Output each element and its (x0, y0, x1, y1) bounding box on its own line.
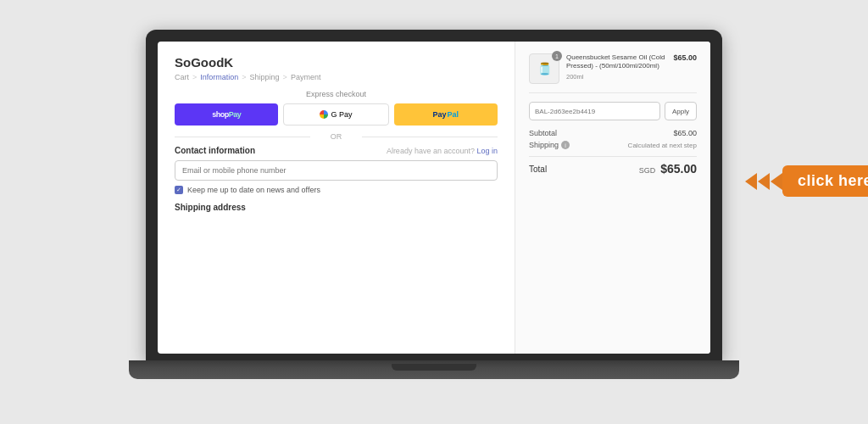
product-image: 1 🫙 (529, 53, 559, 84)
product-name: Queensbucket Sesame Oil (Cold Pressed) -… (566, 53, 666, 71)
arrow-icon-2 (758, 173, 770, 190)
shipping-info-icon[interactable]: i (561, 141, 570, 149)
annotation-arrows (745, 173, 782, 190)
total-currency: SGD (639, 166, 656, 175)
arrow-icon-3 (771, 173, 782, 190)
newsletter-checkbox-row: Keep me up to date on news and offers (175, 186, 498, 194)
or-divider: OR (175, 132, 498, 141)
express-checkout-label: Express checkout (175, 90, 498, 98)
product-price: $65.00 (673, 53, 697, 62)
product-variant: 200ml (566, 73, 666, 81)
newsletter-label: Keep me up to date on news and offers (187, 186, 320, 194)
breadcrumb-payment[interactable]: Payment (291, 73, 321, 81)
subtotal-value: $65.00 (673, 129, 697, 137)
shopify-pay-button[interactable]: shopPay (175, 103, 278, 126)
express-checkout-buttons: shopPay G Pay PayPal (175, 103, 498, 126)
paypal-pp: Pay (433, 110, 447, 119)
breadcrumb-sep3: > (283, 73, 287, 81)
click-here-badge[interactable]: click here (782, 165, 868, 197)
total-amount: SGD $65.00 (639, 162, 697, 176)
google-icon (320, 110, 328, 119)
bottle-icon: 🫙 (537, 62, 552, 75)
product-row: 1 🫙 Queensbucket Sesame Oil (Cold Presse… (529, 53, 697, 93)
breadcrumb-cart[interactable]: Cart (175, 73, 189, 81)
discount-row: Apply (529, 102, 697, 120)
laptop-base (129, 360, 739, 379)
contact-header: Contact information Already have an acco… (175, 146, 498, 155)
breadcrumb-sep2: > (242, 73, 246, 81)
product-quantity-badge: 1 (552, 51, 562, 61)
login-link[interactable]: Log in (476, 147, 498, 155)
paypal-pal: Pal (448, 110, 459, 119)
breadcrumb-sep1: > (192, 73, 197, 81)
email-input[interactable] (175, 160, 498, 181)
click-here-annotation: click here (745, 165, 868, 197)
google-pay-button[interactable]: G Pay (283, 103, 388, 126)
subtotal-line: Subtotal $65.00 (529, 129, 697, 137)
login-prompt: Already have an account? Log in (387, 147, 498, 155)
total-label: Total (529, 165, 547, 174)
subtotal-label: Subtotal (529, 129, 557, 137)
arrow-icon-1 (745, 173, 757, 190)
product-info: Queensbucket Sesame Oil (Cold Pressed) -… (566, 53, 666, 81)
total-line: Total SGD $65.00 (529, 156, 697, 176)
google-pay-label: G Pay (331, 110, 352, 119)
apply-discount-button[interactable]: Apply (665, 102, 697, 120)
brand-name: SoGoodK (175, 55, 498, 70)
newsletter-checkbox[interactable] (175, 186, 183, 194)
shipping-title: Shipping address (175, 203, 498, 212)
total-price: $65.00 (660, 162, 697, 176)
shipping-line: Shipping i Calculated at next step (529, 141, 697, 149)
discount-input[interactable] (529, 102, 660, 120)
shipping-label: Shipping i (529, 141, 570, 149)
shipping-value: Calculated at next step (628, 142, 697, 149)
contact-title: Contact information (175, 146, 255, 155)
paypal-button[interactable]: PayPal (394, 103, 498, 126)
price-lines: Subtotal $65.00 Shipping i Calculated at… (529, 129, 697, 149)
breadcrumb-information[interactable]: Information (200, 73, 238, 81)
breadcrumb: Cart > Information > Shipping > Payment (175, 73, 498, 81)
breadcrumb-shipping[interactable]: Shipping (250, 73, 280, 81)
